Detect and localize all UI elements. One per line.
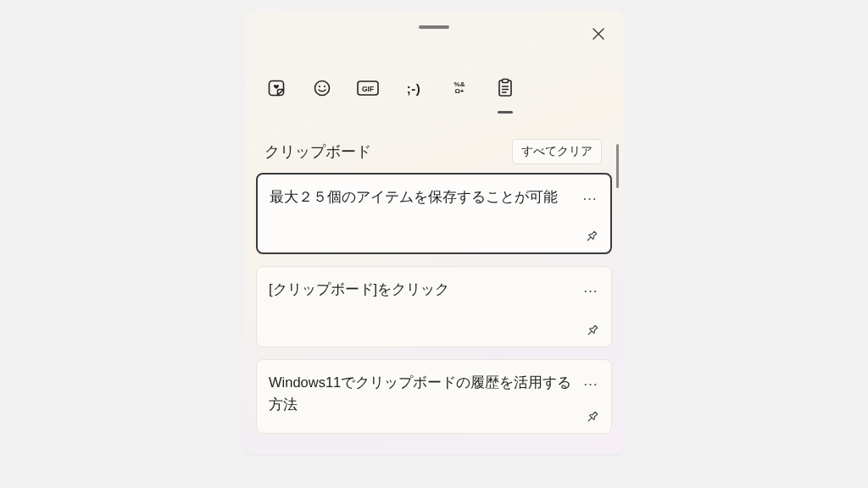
item-more-button[interactable]: …	[580, 186, 600, 204]
section-header: クリップボード すべてクリア	[264, 139, 612, 164]
close-icon	[593, 28, 604, 40]
clipboard-item-text: 最大２５個のアイテムを保存することが可能	[270, 186, 575, 208]
item-more-button[interactable]: …	[581, 372, 601, 390]
clipboard-icon	[497, 78, 514, 98]
svg-point-3	[324, 86, 326, 87]
symbols-icon: %& Ω+	[454, 81, 465, 95]
clipboard-item[interactable]: 最大２５個のアイテムを保存することが可能 …	[256, 173, 612, 254]
heart-sticker-icon	[267, 79, 286, 97]
drag-handle[interactable]	[419, 25, 449, 29]
scrollbar-thumb[interactable]	[616, 144, 619, 188]
category-tabs: GIF ;-) %& Ω+	[264, 76, 517, 100]
tab-emoji[interactable]	[310, 76, 334, 100]
emoji-icon	[313, 79, 331, 97]
close-button[interactable]	[587, 22, 610, 46]
clipboard-list: 最大２５個のアイテムを保存することが可能 … [クリップボード]をクリック …	[256, 173, 612, 454]
item-pin-button[interactable]	[582, 321, 601, 340]
clear-all-button[interactable]: すべてクリア	[512, 139, 602, 164]
svg-line-12	[588, 330, 592, 334]
item-pin-button[interactable]	[582, 408, 601, 426]
pin-icon	[585, 324, 599, 338]
gif-icon: GIF	[357, 80, 379, 96]
tab-kaomoji[interactable]: ;-)	[402, 76, 426, 100]
pin-icon	[584, 230, 598, 244]
emoji-clipboard-panel: GIF ;-) %& Ω+ クリップボード すべてクリア 最大２５個のアイテムを…	[244, 10, 624, 454]
clipboard-item[interactable]: Windows11でクリップボードの履歴を活用する方法 …	[256, 359, 612, 434]
clipboard-item-text: Windows11でクリップボードの履歴を活用する方法	[269, 372, 574, 415]
svg-point-2	[319, 86, 320, 87]
section-title: クリップボード	[264, 141, 371, 162]
clipboard-item[interactable]: [クリップボード]をクリック …	[256, 266, 612, 347]
svg-line-11	[587, 236, 591, 240]
pin-icon	[585, 410, 599, 424]
tab-symbols[interactable]: %& Ω+	[448, 76, 471, 100]
tab-clipboard[interactable]	[493, 76, 517, 100]
tab-gif[interactable]: GIF	[356, 76, 380, 100]
item-more-button[interactable]: …	[581, 279, 601, 297]
kaomoji-icon: ;-)	[407, 81, 421, 96]
svg-line-13	[588, 417, 592, 420]
svg-text:GIF: GIF	[362, 85, 374, 93]
clipboard-item-text: [クリップボード]をクリック	[269, 279, 574, 301]
svg-point-1	[315, 81, 330, 96]
svg-rect-7	[503, 80, 509, 83]
item-pin-button[interactable]	[581, 227, 600, 246]
tab-recent-stickers[interactable]	[264, 76, 288, 100]
